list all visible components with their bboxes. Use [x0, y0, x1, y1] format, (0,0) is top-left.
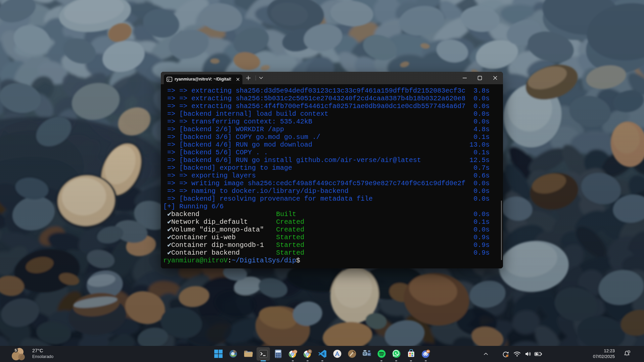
svg-text:C:\: C:\ [168, 78, 170, 80]
svg-text:9+: 9+ [427, 350, 429, 353]
svg-text:5: 5 [15, 348, 17, 352]
svg-text:K: K [368, 353, 370, 356]
svg-text:R: R [309, 350, 311, 353]
